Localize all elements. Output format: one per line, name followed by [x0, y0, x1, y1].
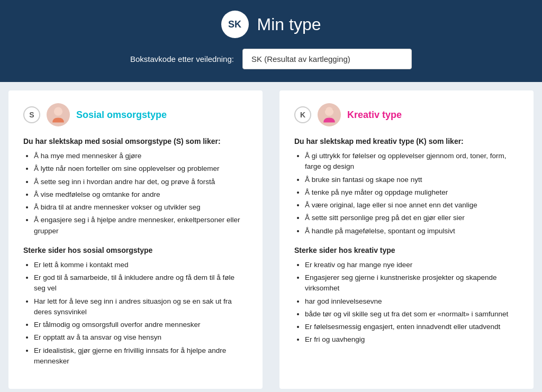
social-badge: S: [23, 106, 40, 123]
kreativ-intro: Du har slektskap med kreativ type (K) so…: [294, 137, 519, 145]
svg-point-1: [54, 107, 62, 116]
social-card-header: S Sosial omsorgstype: [23, 103, 248, 126]
social-strengths-list: Er lett å komme i kontakt med Er god til…: [23, 260, 248, 367]
list-item: Er kreativ og har mange nye ideer: [305, 260, 519, 270]
list-item: både tør og vil skille seg ut fra det so…: [305, 309, 519, 320]
header: SK Min type: [0, 0, 542, 49]
social-likes-list: Å ha mye med mennesker å gjøre Å lytte n…: [23, 151, 248, 236]
input-row: Bokstavkode etter veiledning:: [0, 49, 542, 82]
list-item: Å sette sitt personlige preg på det en g…: [305, 213, 519, 223]
list-item: Å gi uttrykk for følelser og opplevelser…: [305, 151, 519, 172]
list-item: Er god til å samarbeide, til å inkludere…: [34, 272, 248, 294]
cards-container: S Sosial omsorgstype Du har slektskap me…: [0, 82, 542, 392]
list-item: Har lett for å leve seg inn i andres sit…: [34, 296, 248, 318]
kreativ-card-title: Kreativ type: [347, 110, 402, 121]
social-strengths-title: Sterke sider hos sosial omsorgstype: [23, 246, 248, 254]
kreativ-card: K Kreativ type Du har slektskap med krea…: [279, 90, 534, 389]
list-item: Å ha mye med mennesker å gjøre: [34, 151, 248, 161]
list-item: Er lett å komme i kontakt med: [34, 260, 248, 270]
social-avatar: [47, 103, 70, 126]
svg-point-3: [325, 107, 333, 116]
kreativ-strengths-title: Sterke sider hos kreativ type: [294, 246, 519, 254]
list-item: Å bidra til at andre mennesker vokser og…: [34, 202, 248, 213]
list-item: Er følelsesmessig engasjert, enten innad…: [305, 322, 519, 332]
social-intro: Du har slektskap med sosial omsorgstype …: [23, 137, 248, 145]
kreativ-avatar: [318, 103, 341, 126]
bokstavkode-input[interactable]: [242, 49, 412, 69]
list-item: Å vise medfølelse og omtanke for andre: [34, 189, 248, 200]
list-item: Å sette seg inn i hvordan andre har det,…: [34, 177, 248, 187]
avatar: SK: [221, 11, 249, 38]
list-item: Å handle på magefølelse, spontant og imp…: [305, 226, 519, 236]
list-item: Å tenke på nye måter og oppdage mulighet…: [305, 187, 519, 198]
list-item: Å være original, lage eller si noe annet…: [305, 200, 519, 211]
list-item: Er fri og uavhengig: [305, 334, 519, 345]
list-item: har god innlevelsesevne: [305, 296, 519, 307]
list-item: Er opptatt av å ta ansvar og vise hensyn: [34, 332, 248, 343]
list-item: Er tålmodig og omsorgsfull overfor andre…: [34, 320, 248, 330]
kreativ-card-header: K Kreativ type: [294, 103, 519, 126]
social-card-title: Sosial omsorgstype: [76, 110, 167, 121]
social-card: S Sosial omsorgstype Du har slektskap me…: [8, 90, 263, 389]
input-label: Bokstavkode etter veiledning:: [130, 54, 234, 63]
list-item: Å lytte når noen forteller om sine opple…: [34, 163, 248, 174]
list-item: Er idealistisk, gjør gjerne en frivillig…: [34, 345, 248, 367]
list-item: Å engasjere seg i å hjelpe andre mennesk…: [34, 215, 248, 236]
page-title: Min type: [257, 15, 321, 34]
kreativ-strengths-list: Er kreativ og har mange nye ideer Engasj…: [294, 260, 519, 345]
list-item: Å bruke sin fantasi og skape noe nytt: [305, 175, 519, 185]
list-item: Engasjerer seg gjerne i kunstneriske pro…: [305, 272, 519, 294]
kreativ-likes-list: Å gi uttrykk for følelser og opplevelser…: [294, 151, 519, 236]
kreativ-badge: K: [294, 106, 311, 123]
